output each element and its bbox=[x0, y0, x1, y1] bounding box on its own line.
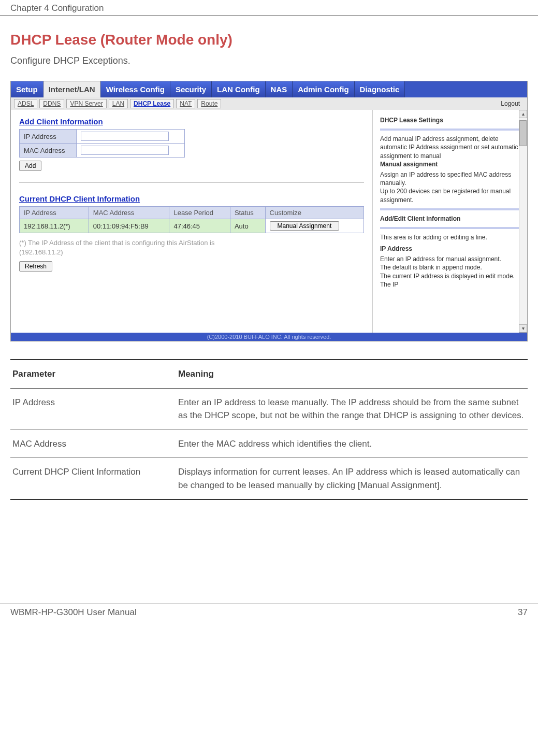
subtab-ddns[interactable]: DDNS bbox=[39, 99, 64, 108]
subtab-lan[interactable]: LAN bbox=[109, 99, 128, 108]
col-ip: IP Address bbox=[20, 207, 89, 219]
cell-status: Auto bbox=[230, 219, 265, 233]
help-panel: ▴ ▾ DHCP Lease Settings Add manual IP ad… bbox=[373, 110, 527, 333]
param-head-parameter: Parameter bbox=[12, 367, 178, 381]
help-text-5: Enter an IP address for manual assignmen… bbox=[380, 255, 520, 263]
scroll-up-icon[interactable]: ▴ bbox=[519, 110, 527, 118]
page-header: Chapter 4 Configuration bbox=[0, 0, 538, 16]
help-text-1: Add manual IP address assignment, delete… bbox=[380, 135, 520, 160]
current-dhcp-heading: Current DHCP Client Information bbox=[19, 194, 364, 203]
param-name: MAC Address bbox=[12, 437, 178, 451]
param-header-row: Parameter Meaning bbox=[10, 360, 528, 389]
subtab-nat[interactable]: NAT bbox=[176, 99, 195, 108]
col-customize: Customize bbox=[265, 207, 363, 219]
ip-label: IP Address bbox=[20, 130, 77, 144]
col-mac: MAC Address bbox=[89, 207, 169, 219]
subtab-route[interactable]: Route bbox=[197, 99, 221, 108]
note-line2: (192.168.11.2) bbox=[19, 248, 63, 256]
manual-name: WBMR-HP-G300H User Manual bbox=[10, 607, 137, 618]
copyright-bar: (C)2000-2010 BUFFALO INC. All rights res… bbox=[11, 333, 527, 341]
page-footer: WBMR-HP-G300H User Manual 37 bbox=[0, 604, 538, 621]
cell-lease: 47:46:45 bbox=[169, 219, 230, 233]
page-subtitle: Configure DHCP Exceptions. bbox=[10, 55, 528, 66]
tab-internet-lan[interactable]: Internet/LAN bbox=[43, 81, 101, 97]
add-button[interactable]: Add bbox=[19, 161, 41, 171]
page-title: DHCP Lease (Router Mode only) bbox=[10, 32, 528, 48]
help-subtitle-2: Add/Edit Client information bbox=[380, 215, 520, 223]
help-title: DHCP Lease Settings bbox=[380, 116, 520, 124]
tab-admin-config[interactable]: Admin Config bbox=[293, 81, 354, 97]
logout-link[interactable]: Logout bbox=[501, 100, 524, 107]
cell-mac: 00:11:09:94:F5:B9 bbox=[89, 219, 169, 233]
tab-wireless-config[interactable]: Wireless Config bbox=[101, 81, 170, 97]
help-text-2: Assign an IP address to specified MAC ad… bbox=[380, 170, 520, 187]
tab-nas[interactable]: NAS bbox=[266, 81, 293, 97]
param-head-meaning: Meaning bbox=[178, 367, 526, 381]
help-divider bbox=[380, 227, 520, 229]
sub-tab-bar: ADSL DDNS VPN Server LAN DHCP Lease NAT … bbox=[11, 97, 527, 110]
tab-security[interactable]: Security bbox=[170, 81, 212, 97]
table-row: 192.168.11.2(*) 00:11:09:94:F5:B9 47:46:… bbox=[20, 219, 364, 233]
separator bbox=[19, 182, 364, 183]
main-tab-bar: Setup Internet/LAN Wireless Config Secur… bbox=[11, 81, 527, 97]
param-name: Current DHCP Client Information bbox=[12, 465, 178, 492]
router-ui-screenshot: Setup Internet/LAN Wireless Config Secur… bbox=[10, 81, 528, 341]
client-note: (*) The IP Address of the client that is… bbox=[19, 238, 364, 257]
help-bold-1: Manual assignment bbox=[380, 160, 520, 168]
add-client-form: IP Address MAC Address bbox=[19, 129, 185, 158]
help-text-6: The default is blank in append mode. bbox=[380, 263, 520, 272]
scroll-down-icon[interactable]: ▾ bbox=[519, 324, 527, 333]
param-name: IP Address bbox=[12, 396, 178, 422]
col-status: Status bbox=[230, 207, 265, 219]
ip-address-input[interactable] bbox=[81, 132, 169, 141]
dhcp-client-table: IP Address MAC Address Lease Period Stat… bbox=[19, 206, 364, 233]
param-meaning: Enter an IP address to lease manually. T… bbox=[178, 396, 526, 422]
help-subtitle-3: IP Address bbox=[380, 245, 520, 253]
tab-lan-config[interactable]: LAN Config bbox=[212, 81, 265, 97]
mac-label: MAC Address bbox=[20, 144, 77, 158]
page-number: 37 bbox=[518, 607, 528, 618]
help-text-3: Up to 200 devices can be registered for … bbox=[380, 187, 520, 204]
subtab-dhcp-lease[interactable]: DHCP Lease bbox=[130, 99, 174, 108]
param-row-ip: IP Address Enter an IP address to lease … bbox=[10, 389, 528, 430]
param-meaning: Displays information for current leases.… bbox=[178, 465, 526, 492]
help-text-7: The current IP address is displayed in e… bbox=[380, 272, 520, 289]
manual-assignment-button[interactable]: Manual Assignment bbox=[270, 221, 340, 231]
mac-address-input[interactable] bbox=[81, 146, 169, 155]
param-meaning: Enter the MAC address which identifies t… bbox=[178, 437, 526, 451]
chapter-label: Chapter 4 Configuration bbox=[10, 3, 104, 13]
tab-setup[interactable]: Setup bbox=[11, 81, 43, 97]
help-divider bbox=[380, 129, 520, 131]
subtab-adsl[interactable]: ADSL bbox=[14, 99, 37, 108]
main-panel: Add Client Information IP Address MAC Ad… bbox=[11, 110, 373, 333]
note-line1: (*) The IP Address of the client that is… bbox=[19, 239, 214, 247]
refresh-button[interactable]: Refresh bbox=[19, 261, 52, 272]
param-row-mac: MAC Address Enter the MAC address which … bbox=[10, 430, 528, 459]
add-client-heading: Add Client Information bbox=[19, 117, 364, 126]
col-lease: Lease Period bbox=[169, 207, 230, 219]
help-text-4: This area is for adding or editing a lin… bbox=[380, 233, 520, 241]
tab-diagnostic[interactable]: Diagnostic bbox=[355, 81, 405, 97]
param-row-current: Current DHCP Client Information Displays… bbox=[10, 458, 528, 500]
scrollbar-thumb[interactable] bbox=[519, 120, 527, 146]
help-divider bbox=[380, 208, 520, 210]
subtab-vpn-server[interactable]: VPN Server bbox=[66, 99, 106, 108]
cell-ip: 192.168.11.2(*) bbox=[20, 219, 89, 233]
scrollbar-track[interactable] bbox=[519, 118, 527, 324]
